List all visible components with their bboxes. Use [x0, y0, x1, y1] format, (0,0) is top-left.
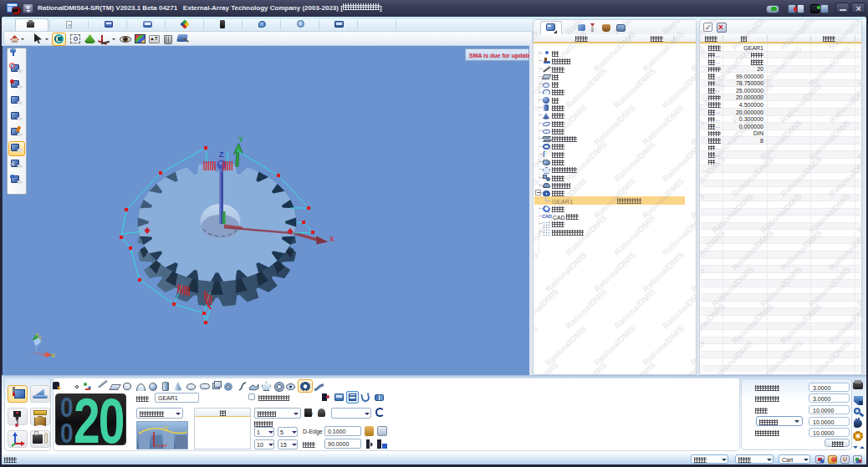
svg-text:Z: Z — [219, 150, 224, 159]
svg-text:X: X — [51, 352, 56, 359]
svg-text:X: X — [329, 235, 334, 243]
svg-text:Y: Y — [238, 135, 243, 144]
